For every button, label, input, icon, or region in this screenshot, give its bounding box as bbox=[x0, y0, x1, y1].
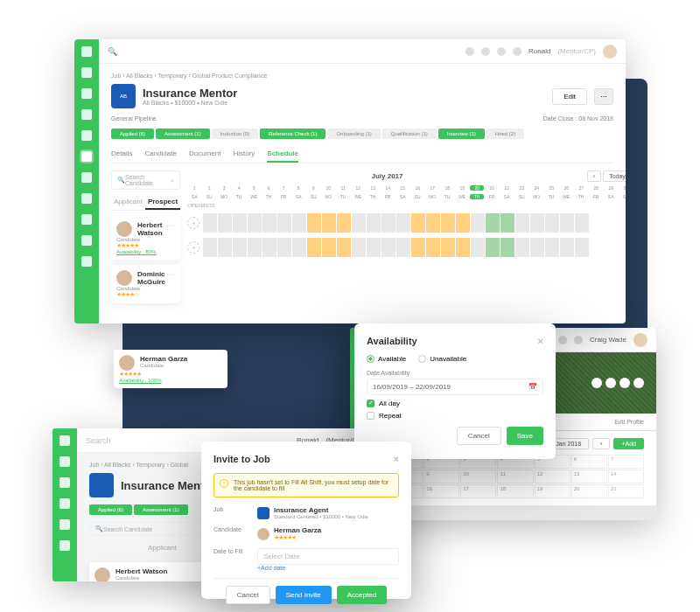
shift-cell[interactable] bbox=[218, 238, 232, 257]
pipeline-stage[interactable]: Assessment (1) bbox=[156, 129, 210, 139]
more-button[interactable]: ⋯ bbox=[594, 88, 613, 105]
cal-today[interactable]: Today bbox=[603, 170, 626, 182]
social-icon[interactable] bbox=[606, 378, 616, 388]
shift-cell[interactable] bbox=[322, 238, 336, 257]
shift-cell[interactable] bbox=[382, 238, 396, 257]
shift-cell[interactable] bbox=[396, 213, 410, 233]
shift-cell[interactable] bbox=[486, 213, 500, 233]
shift-cell[interactable] bbox=[367, 238, 381, 257]
candidate-card-floating[interactable]: Herman Garza Candidate ★★★★★ Availabilit… bbox=[114, 350, 228, 388]
tab-applicant[interactable]: Applicant bbox=[111, 195, 145, 210]
nav-chat-icon[interactable] bbox=[81, 109, 92, 120]
candidate-card[interactable]: ⋯Dominic McGuireCandidate★★★★☆ bbox=[111, 265, 180, 303]
pipeline-stage[interactable]: Assessment (1) bbox=[134, 504, 188, 515]
pipeline-stage[interactable]: Qualification (1) bbox=[382, 129, 437, 139]
close-icon[interactable]: × bbox=[538, 336, 543, 346]
shift-cell[interactable] bbox=[262, 238, 276, 257]
shift-cell[interactable] bbox=[486, 238, 500, 257]
mail-icon[interactable] bbox=[466, 47, 474, 56]
shift-cell[interactable] bbox=[426, 238, 440, 257]
shift-cell[interactable] bbox=[337, 213, 351, 233]
candidate-card[interactable]: Herbert Watson Candidate ★★★★★ Availabil… bbox=[89, 562, 203, 581]
pipeline-stage[interactable]: Onboarding (1) bbox=[327, 129, 380, 139]
nav-star-icon[interactable] bbox=[81, 172, 92, 183]
cancel-button[interactable]: Cancel bbox=[226, 586, 270, 604]
nav-dashboard-icon[interactable] bbox=[81, 67, 92, 78]
candidate-card[interactable]: ⋯Herbert WatsonCandidate★★★★★Availabilit… bbox=[111, 216, 180, 260]
shift-cell[interactable] bbox=[456, 238, 470, 257]
save-button[interactable]: Save bbox=[507, 427, 543, 445]
shift-cell[interactable] bbox=[352, 213, 366, 233]
pipeline-stage[interactable]: Induction (0) bbox=[212, 129, 258, 139]
avatar[interactable] bbox=[634, 333, 648, 347]
shift-cell[interactable] bbox=[560, 213, 574, 233]
shift-cell[interactable] bbox=[545, 238, 559, 257]
shift-cell[interactable] bbox=[367, 213, 381, 233]
flag-icon[interactable] bbox=[481, 47, 490, 56]
mini-calendar[interactable]: 1234567 891011121314 15161718192021 bbox=[387, 455, 644, 498]
shift-cell[interactable] bbox=[307, 238, 321, 257]
cal-prev[interactable]: ‹ bbox=[587, 170, 601, 182]
shift-cell[interactable] bbox=[545, 213, 559, 233]
add-icon[interactable] bbox=[513, 47, 522, 56]
add-shift-button[interactable]: + bbox=[187, 241, 200, 254]
nav-users-icon[interactable] bbox=[81, 88, 92, 99]
radio-available[interactable]: Available bbox=[367, 355, 406, 363]
shift-cell[interactable] bbox=[515, 213, 529, 233]
shift-cell[interactable] bbox=[262, 213, 276, 233]
shift-cell[interactable] bbox=[322, 213, 336, 233]
tab-details[interactable]: Details bbox=[111, 146, 132, 163]
shift-cell[interactable] bbox=[218, 213, 232, 233]
shift-cell[interactable] bbox=[277, 238, 291, 257]
shift-cell[interactable] bbox=[307, 213, 321, 233]
shift-cell[interactable] bbox=[471, 238, 485, 257]
nav-doc-icon[interactable] bbox=[81, 130, 92, 141]
social-icon[interactable] bbox=[620, 378, 630, 388]
shift-cell[interactable] bbox=[575, 238, 589, 257]
shift-cell[interactable] bbox=[248, 213, 262, 233]
add-shift-button[interactable]: + bbox=[187, 217, 200, 229]
social-icon[interactable] bbox=[634, 378, 644, 388]
nav-settings-icon[interactable] bbox=[81, 256, 92, 267]
close-icon[interactable]: × bbox=[394, 454, 399, 464]
edit-button[interactable]: Edit bbox=[552, 88, 587, 105]
tab-prospect[interactable]: Prospect bbox=[145, 195, 180, 210]
nav-icon[interactable] bbox=[60, 540, 70, 551]
shift-cell[interactable] bbox=[203, 213, 217, 233]
accepted-button[interactable]: Accepted bbox=[337, 586, 387, 604]
shift-cell[interactable] bbox=[233, 238, 247, 257]
send-invite-button[interactable]: Send Invite bbox=[276, 586, 332, 604]
edit-profile-link[interactable]: Edit Profile bbox=[614, 419, 644, 425]
shift-cell[interactable] bbox=[530, 213, 544, 233]
nav-icon[interactable] bbox=[60, 498, 70, 509]
shift-cell[interactable] bbox=[352, 238, 366, 257]
checkbox-repeat[interactable]: Repeat bbox=[367, 412, 543, 420]
breadcrumb[interactable]: Job › All Blacks › Temporary › Global Pr… bbox=[111, 73, 613, 79]
nav-next[interactable]: › bbox=[592, 438, 610, 449]
radio-unavailable[interactable]: Unavailable bbox=[418, 355, 466, 363]
nav-jobs-icon[interactable] bbox=[81, 151, 92, 162]
shift-cell[interactable] bbox=[411, 213, 425, 233]
avatar[interactable] bbox=[603, 45, 617, 59]
search-candidate[interactable]: 🔍 Search Candidate× bbox=[111, 170, 180, 190]
tab-schedule[interactable]: Schedule bbox=[267, 146, 298, 163]
nav-icon[interactable] bbox=[60, 456, 70, 467]
nav-icon[interactable] bbox=[60, 477, 70, 488]
shift-cell[interactable] bbox=[396, 238, 410, 257]
shift-cell[interactable] bbox=[456, 213, 470, 233]
shift-cell[interactable] bbox=[515, 238, 529, 257]
date-range-input[interactable]: 16/09/2019 – 22/09/2019 📅 bbox=[367, 379, 543, 395]
shift-cell[interactable] bbox=[203, 238, 217, 257]
close-icon[interactable]: × bbox=[171, 177, 174, 184]
pipeline-stage[interactable]: Applied (6) bbox=[89, 504, 132, 515]
more-icon[interactable]: ⋯ bbox=[166, 221, 175, 231]
help-icon[interactable] bbox=[574, 336, 583, 344]
date-input[interactable]: Select Date bbox=[257, 548, 399, 565]
pipeline-stage[interactable]: Hired (2) bbox=[486, 129, 524, 139]
pipeline-stage[interactable]: Reference Check (1) bbox=[260, 129, 326, 139]
shift-cell[interactable] bbox=[337, 238, 351, 257]
add-button[interactable]: +Add bbox=[613, 438, 644, 449]
checkbox-all-day[interactable]: All day bbox=[367, 400, 543, 407]
shift-cell[interactable] bbox=[277, 213, 291, 233]
shift-cell[interactable] bbox=[500, 213, 514, 233]
